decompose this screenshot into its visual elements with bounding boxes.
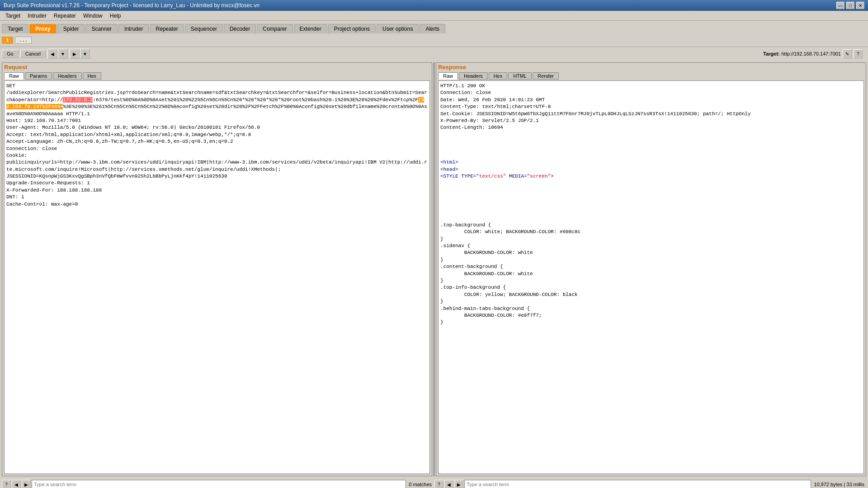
response-panel-tabs: Raw Headers Hex HTML Render <box>436 71 866 80</box>
right-search-section: ? ◀ ▶ 10,972 bytes | 33 millis <box>434 480 866 488</box>
menu-intruder[interactable]: Intruder <box>24 12 50 20</box>
request-tab-headers[interactable]: Headers <box>53 72 82 80</box>
right-search-prev[interactable]: ◀ <box>444 480 453 488</box>
request-panel: Request Raw Params Headers Hex GET /uddi… <box>2 62 432 476</box>
tab-sequencer[interactable]: Sequencer <box>185 24 223 33</box>
nav-bar: 1 ... <box>0 33 868 47</box>
maximize-button[interactable]: □ <box>846 2 854 9</box>
title-bar: Burp Suite Professional v1.7.26 - Tempor… <box>0 0 868 11</box>
go-cancel-left: Go Cancel ◀ ▼ ▶ ▼ <box>2 49 90 59</box>
response-tab-headers[interactable]: Headers <box>459 72 488 80</box>
menu-help[interactable]: Help <box>106 12 125 20</box>
tab-user-options[interactable]: User options <box>377 24 419 33</box>
request-text: GET /uddiexplorer/SearchPublicRegistries… <box>5 81 429 474</box>
main-content: Request Raw Params Headers Hex GET /uddi… <box>0 61 868 478</box>
tab-intruder[interactable]: Intruder <box>118 24 149 33</box>
right-search-matches: 10,972 bytes | 33 millis <box>812 482 866 487</box>
right-search-input[interactable] <box>464 480 811 488</box>
left-search-help[interactable]: ? <box>2 480 11 488</box>
panel-separator[interactable] <box>433 62 435 476</box>
tab-proxy[interactable]: Proxy <box>29 24 56 33</box>
title-bar-controls: — □ ✕ <box>836 2 864 9</box>
menu-target[interactable]: Target <box>2 12 24 20</box>
go-cancel-bar: Go Cancel ◀ ▼ ▶ ▼ Target: http://192.168… <box>0 47 868 61</box>
tab-project-options[interactable]: Project options <box>328 24 376 33</box>
tab-repeater[interactable]: Repeater <box>150 24 184 33</box>
prev-dropdown[interactable]: ▼ <box>58 49 68 59</box>
left-search-section: ? ◀ ▶ 0 matches <box>2 480 434 488</box>
close-button[interactable]: ✕ <box>856 2 864 9</box>
response-tab-raw[interactable]: Raw <box>438 72 458 80</box>
response-tab-hex[interactable]: Hex <box>489 72 508 80</box>
cancel-button[interactable]: Cancel <box>20 50 46 58</box>
title-text: Burp Suite Professional v1.7.26 - Tempor… <box>4 2 259 9</box>
response-panel: Response Raw Headers Hex HTML Render HTT… <box>436 62 866 476</box>
tab-decoder[interactable]: Decoder <box>224 24 256 33</box>
prev-arrow[interactable]: ◀ <box>47 49 57 59</box>
target-bar: Target: http://192.168.70.147:7001 ✎ ? <box>760 49 866 59</box>
right-search-help[interactable]: ? <box>434 480 443 488</box>
response-text: HTTP/1.1 200 OK Connection: close Date: … <box>439 81 863 474</box>
nav-tab-dots[interactable]: ... <box>15 37 32 44</box>
left-search-next[interactable]: ▶ <box>22 480 31 488</box>
menu-bar: Target Intruder Repeater Window Help <box>0 11 868 21</box>
target-edit-button[interactable]: ✎ <box>843 49 852 58</box>
tab-alerts[interactable]: Alerts <box>420 24 445 33</box>
tab-bar: Target Proxy Spider Scanner Intruder Rep… <box>0 21 868 33</box>
right-search-next[interactable]: ▶ <box>454 480 463 488</box>
response-tab-render[interactable]: Render <box>533 72 559 80</box>
target-help-button[interactable]: ? <box>854 49 863 58</box>
tab-extender[interactable]: Extender <box>294 24 327 33</box>
next-arrow[interactable]: ▶ <box>70 49 80 59</box>
target-label: Target: <box>763 51 779 56</box>
next-dropdown[interactable]: ▼ <box>80 49 90 59</box>
request-tab-params[interactable]: Params <box>25 72 52 80</box>
request-tab-hex[interactable]: Hex <box>83 72 102 80</box>
minimize-button[interactable]: — <box>836 2 844 9</box>
tab-spider[interactable]: Spider <box>57 24 85 33</box>
go-button[interactable]: Go <box>2 50 19 58</box>
request-panel-title: Request <box>2 63 432 71</box>
request-panel-content[interactable]: GET /uddiexplorer/SearchPublicRegistries… <box>4 80 430 474</box>
tab-comparer[interactable]: Comparer <box>257 24 292 33</box>
request-panel-tabs: Raw Params Headers Hex <box>2 71 432 80</box>
response-panel-content[interactable]: HTTP/1.1 200 OK Connection: close Date: … <box>438 80 864 474</box>
target-value: http://192.168.70.147:7001 <box>781 51 841 56</box>
search-bars: ? ◀ ▶ 0 matches ? ◀ ▶ 10,972 bytes | 33 … <box>0 478 868 488</box>
tab-target[interactable]: Target <box>2 24 28 33</box>
left-search-matches: 0 matches <box>407 482 434 487</box>
tab-scanner[interactable]: Scanner <box>85 24 118 33</box>
left-search-input[interactable] <box>32 480 406 488</box>
menu-repeater[interactable]: Repeater <box>50 12 80 20</box>
left-search-prev[interactable]: ◀ <box>12 480 21 488</box>
nav-tab-1[interactable]: 1 <box>2 37 13 44</box>
menu-window[interactable]: Window <box>80 12 106 20</box>
response-panel-title: Response <box>436 63 866 71</box>
request-tab-raw[interactable]: Raw <box>4 72 24 80</box>
response-tab-html[interactable]: HTML <box>508 72 532 80</box>
